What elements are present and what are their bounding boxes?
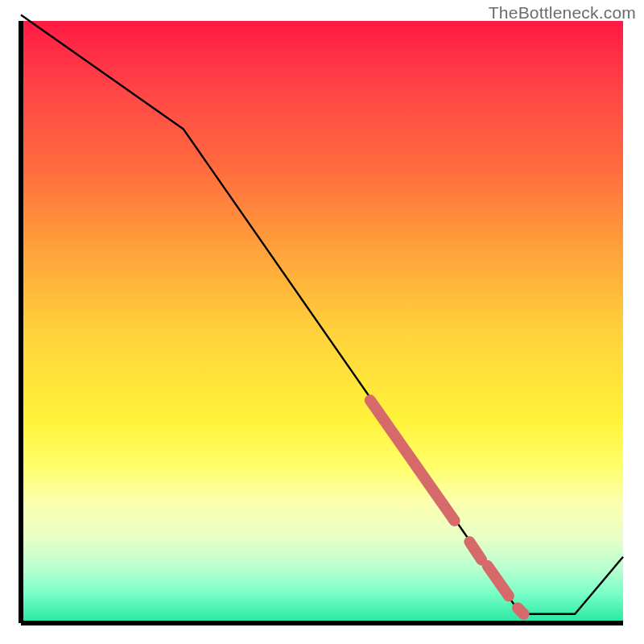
highlight-segment <box>518 608 524 614</box>
chart-canvas: TheBottleneck.com <box>0 0 644 644</box>
highlight-segment <box>370 400 455 521</box>
highlight-segment <box>469 542 481 560</box>
watermark-label: TheBottleneck.com <box>489 3 636 23</box>
highlight-segments <box>370 400 524 614</box>
highlight-segment <box>488 566 509 596</box>
curve-path <box>21 15 623 614</box>
series <box>21 15 623 614</box>
chart-overlay <box>0 0 644 644</box>
